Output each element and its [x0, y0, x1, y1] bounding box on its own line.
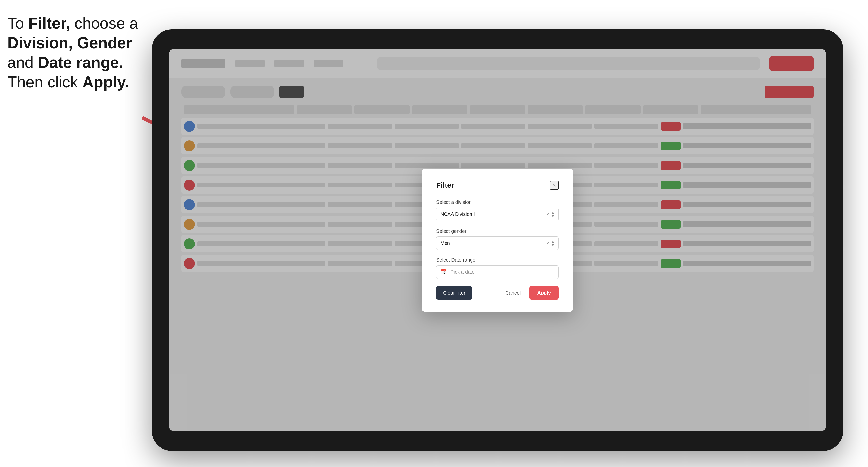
tablet-frame: Filter × Select a division NCAA Division… — [152, 29, 843, 451]
modal-overlay: Filter × Select a division NCAA Division… — [169, 49, 826, 431]
date-label: Select Date range — [436, 257, 559, 263]
instruction-bold-apply: Apply. — [82, 73, 129, 91]
modal-footer: Clear filter Cancel Apply — [436, 286, 559, 300]
instruction-line1: To Filter, choose a — [7, 14, 138, 32]
division-arrows-icon: ▲ ▼ — [551, 211, 555, 218]
modal-close-button[interactable]: × — [550, 181, 559, 190]
instruction-line3: and Date range. — [7, 54, 123, 71]
gender-select[interactable]: Men × ▲ ▼ — [436, 237, 559, 250]
clear-filter-button[interactable]: Clear filter — [436, 286, 472, 300]
instruction-bold-division-gender: Division, Gender — [7, 34, 132, 52]
select-controls: × ▲ ▼ — [546, 211, 555, 218]
date-form-group: Select Date range 📅 Pick a date — [436, 257, 559, 279]
filter-modal: Filter × Select a division NCAA Division… — [422, 168, 574, 312]
gender-select-controls: × ▲ ▼ — [546, 240, 555, 247]
date-input[interactable]: 📅 Pick a date — [436, 266, 559, 279]
instruction-bold-filter: Filter, — [28, 14, 70, 32]
division-select[interactable]: NCAA Division I × ▲ ▼ — [436, 208, 559, 221]
division-clear-icon[interactable]: × — [546, 212, 549, 217]
instruction-text: To Filter, choose a Division, Gender and… — [7, 13, 145, 92]
gender-clear-icon[interactable]: × — [546, 240, 549, 246]
tablet-screen: Filter × Select a division NCAA Division… — [169, 49, 826, 431]
gender-form-group: Select gender Men × ▲ ▼ — [436, 228, 559, 250]
modal-title: Filter — [436, 181, 454, 189]
modal-header: Filter × — [436, 181, 559, 190]
instruction-bold-date: Date range. — [38, 54, 124, 71]
instruction-line4: Then click Apply. — [7, 73, 129, 91]
cancel-button[interactable]: Cancel — [500, 286, 525, 300]
division-value: NCAA Division I — [440, 212, 475, 217]
calendar-icon: 📅 — [440, 269, 447, 275]
gender-label: Select gender — [436, 228, 559, 234]
division-form-group: Select a division NCAA Division I × ▲ ▼ — [436, 199, 559, 221]
division-label: Select a division — [436, 199, 559, 205]
apply-button[interactable]: Apply — [529, 286, 559, 300]
gender-arrows-icon: ▲ ▼ — [551, 240, 555, 247]
gender-value: Men — [440, 240, 450, 246]
date-placeholder: Pick a date — [451, 269, 475, 275]
